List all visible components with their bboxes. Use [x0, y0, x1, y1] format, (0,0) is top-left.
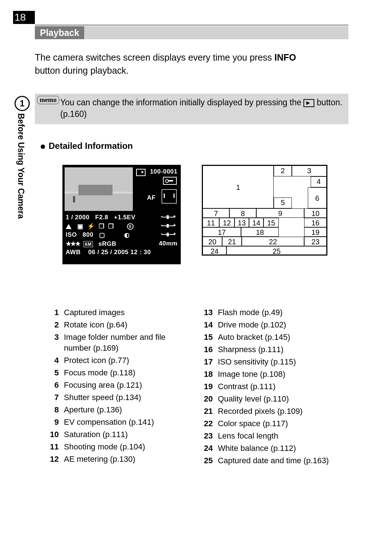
diag-cell-14: 14 [249, 218, 264, 227]
top-rule [35, 25, 348, 25]
legend-number: 21 [197, 406, 213, 417]
legend-number: 10 [44, 429, 59, 440]
legend-text: Rotate icon (p.64) [64, 319, 192, 330]
legend-item: 23Lens focal length [197, 431, 350, 441]
subheading-text: Detailed Information [49, 141, 133, 151]
shooting-mode-icon [66, 224, 72, 229]
legend-item: 8Aperture (p.136) [44, 404, 192, 415]
iso-value: 800 [82, 231, 93, 238]
legend-item: 13Flash mode (p.49) [197, 307, 350, 318]
lcd-row-3: ISO 800 ▢ ◐ -+ [66, 231, 177, 239]
legend-item: 20Quality level (p.110) [197, 394, 350, 404]
diag-cell-24: 24 [203, 246, 226, 255]
memo-text-1: You can change the information initially… [60, 98, 303, 107]
legend-item: 24White balance (p.112) [197, 443, 350, 454]
legend-text: EV compensation (p.141) [64, 417, 192, 428]
diag-cell-5: 5 [274, 197, 292, 208]
legend-item: 17ISO sensitivity (p.115) [197, 356, 350, 367]
diag-cell-6: 6 [308, 187, 327, 208]
legend-text: Auto bracket (p.145) [218, 332, 350, 343]
diag-cell-17: 17 [203, 227, 241, 237]
legend-item: 18Image tone (p.108) [197, 369, 350, 380]
page-number: 18 [13, 11, 35, 24]
lens-focal-length: 40mm [159, 240, 177, 247]
legend-text: Aperture (p.136) [64, 404, 192, 415]
diag-cell-8: 8 [229, 208, 256, 218]
legend-text: Captured date and time (p.163) [218, 455, 350, 466]
image-tone-icon: ▢ [99, 231, 105, 239]
legend-text: Focus mode (p.118) [64, 367, 192, 378]
legend-text: Saturation (p.111) [64, 429, 192, 440]
legend-text: Contrast (p.111) [218, 381, 350, 392]
memo-box: memo You can change the information init… [35, 94, 348, 124]
diag-cell-20: 20 [203, 237, 222, 246]
legend-item: 6Focusing area (p.121) [44, 380, 192, 391]
legend-item: 3Image folder number and file number (p.… [44, 332, 192, 354]
focus-mode: AF [147, 194, 156, 201]
legend-number: 12 [44, 454, 59, 465]
legend-number: 22 [197, 418, 213, 429]
legend-text: White balance (p.112) [218, 443, 350, 454]
legend-item: 21Recorded pixels (p.109) [197, 406, 350, 417]
diag-cell-15: 15 [264, 218, 279, 227]
color-space: sRGB [98, 240, 116, 247]
callout-diagram: 1 2 3 4 5 6 7 8 9 10 11 12 13 14 15 16 1… [202, 165, 327, 256]
legend-item: 12AE metering (p.130) [44, 454, 192, 465]
chapter-badge: 1 [15, 96, 30, 111]
diag-cell-23: 23 [304, 237, 327, 246]
aperture: F2.8 [95, 214, 108, 221]
intro-text-1: The camera switches screen displays ever… [35, 52, 274, 62]
recorded-pixels: 6M [83, 241, 93, 247]
diag-cell-18: 18 [241, 227, 279, 237]
rotate-icon [136, 169, 146, 176]
diag-cell-4: 4 [311, 176, 327, 187]
legend-item: 7Shutter speed (p.134) [44, 392, 192, 403]
legend-text: Recorded pixels (p.109) [218, 406, 350, 417]
shutter-speed: 1 / 2000 [66, 214, 89, 221]
legend-number: 24 [197, 443, 213, 454]
playback-icon [303, 99, 314, 107]
legend-item: 22Color space (p.117) [197, 418, 350, 429]
legend-number: 8 [44, 404, 59, 415]
legend-text: Image folder number and file number (p.1… [64, 332, 192, 354]
lcd-row-1: 1 / 2000 F2.8 +1.5EV -+ [66, 214, 177, 221]
diag-cell-22: 22 [242, 237, 304, 246]
diag-cell-7: 7 [203, 208, 229, 218]
diag-cell-13: 13 [234, 218, 249, 227]
contrast-circle-icon: ◐ [124, 231, 130, 239]
legend-text: Sharpness (p.111) [218, 344, 350, 355]
manual-page: 18 Playback The camera switches screen d… [0, 0, 392, 546]
legend-left-column: 1Captured images2Rotate icon (p.64)3Imag… [44, 306, 192, 466]
legend-number: 5 [44, 367, 59, 378]
white-balance: AWB [66, 249, 81, 256]
memo-text: You can change the information initially… [60, 97, 343, 120]
intro-paragraph: The camera switches screen displays ever… [35, 51, 309, 77]
diag-cell-10: 10 [304, 208, 327, 218]
legend-text: Color space (p.117) [218, 418, 350, 429]
saturation-slider: -+ [162, 214, 177, 221]
legend-item: 14Drive mode (p.102) [197, 319, 350, 330]
legend-number: 14 [197, 319, 213, 330]
lcd-row-5: AWB 06 / 25 / 2005 12 : 30 [66, 249, 177, 256]
auto-bracket-icon: ❐ [108, 223, 114, 230]
legend-item: 19Contrast (p.111) [197, 381, 350, 392]
legend-number: 25 [197, 455, 213, 466]
legend-number: 16 [197, 344, 213, 355]
diag-cell-25: 25 [226, 246, 327, 255]
side-tab-label: Before Using Your Camera [16, 113, 26, 219]
legend-text: Lens focal length [218, 431, 350, 441]
legend-number: 17 [197, 356, 213, 367]
diag-cell-3: 3 [292, 166, 327, 176]
legend-number: 6 [44, 380, 59, 391]
legend-item: 9EV compensation (p.141) [44, 417, 192, 428]
protect-icon [163, 177, 177, 185]
legend-right-column: 13Flash mode (p.49)14Drive mode (p.102)1… [197, 306, 350, 468]
diag-cell-12: 12 [219, 218, 234, 227]
diag-cell-2: 2 [274, 166, 292, 176]
intro-text-2: button during playback. [35, 65, 129, 76]
subheading: Detailed Information [41, 141, 133, 151]
legend-text: Flash mode (p.49) [218, 307, 350, 318]
legend: 1Captured images2Rotate icon (p.64)3Imag… [44, 306, 352, 468]
legend-item: 5Focus mode (p.118) [44, 367, 192, 378]
legend-text: Shutter speed (p.134) [64, 392, 192, 403]
